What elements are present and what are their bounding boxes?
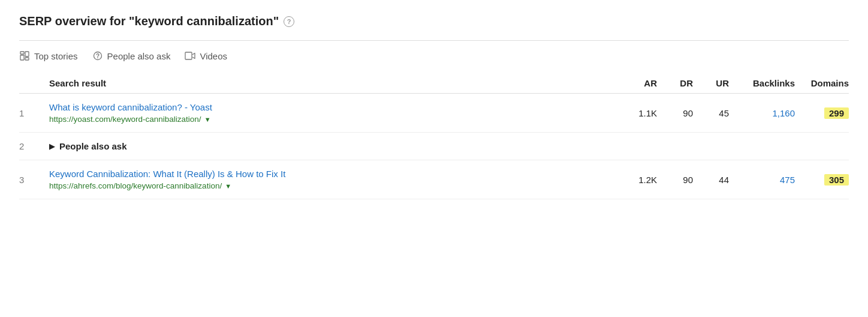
ur-value: 44 — [693, 175, 729, 185]
col-domains: Domains — [795, 78, 849, 88]
dr-value: 90 — [657, 108, 693, 118]
dr-value: 90 — [657, 175, 693, 185]
question-icon: ? — [92, 50, 103, 61]
domains-value: 299 — [795, 107, 849, 119]
help-icon[interactable]: ? — [284, 16, 294, 27]
col-backlinks: Backlinks — [729, 78, 795, 88]
svg-rect-3 — [25, 58, 29, 60]
feature-videos[interactable]: Videos — [185, 50, 227, 61]
ur-value: 45 — [693, 108, 729, 118]
row-number: 2 — [19, 141, 49, 151]
ar-value: 1.1K — [615, 108, 657, 118]
video-icon — [185, 50, 195, 61]
result-url: https://ahrefs.com/blog/keyword-cannibal… — [49, 181, 615, 190]
features-bar: Top stories ? People also ask Videos — [19, 50, 849, 61]
result-cell: What is keyword cannibalization? - Yoast… — [49, 102, 615, 124]
col-ar: AR — [615, 78, 657, 88]
col-ur: UR — [693, 78, 729, 88]
feature-people-also-ask[interactable]: ? People also ask — [92, 50, 171, 61]
divider — [19, 40, 849, 41]
ar-value: 1.2K — [615, 175, 657, 185]
result-url: https://yoast.com/keyword-cannibalizatio… — [49, 115, 615, 124]
paa-row: 2 ▶ People also ask — [19, 133, 849, 160]
domains-value: 305 — [795, 174, 849, 186]
svg-rect-1 — [20, 55, 24, 60]
feature-top-stories[interactable]: Top stories — [19, 50, 78, 61]
table-row: 1 What is keyword cannibalization? - Yoa… — [19, 94, 849, 133]
svg-rect-2 — [25, 52, 29, 56]
svg-rect-6 — [185, 52, 192, 59]
paa-expand-arrow[interactable]: ▶ — [49, 142, 55, 151]
top-stories-label: Top stories — [34, 51, 78, 61]
url-dropdown-arrow[interactable]: ▼ — [225, 183, 231, 190]
col-search-result: Search result — [49, 78, 615, 88]
url-dropdown-arrow[interactable]: ▼ — [204, 116, 211, 123]
domains-badge: 299 — [824, 107, 849, 119]
svg-rect-0 — [20, 52, 24, 54]
svg-text:?: ? — [95, 53, 99, 59]
people-also-ask-label: People also ask — [107, 51, 171, 61]
page-title: SERP overview for "keyword cannibalizati… — [19, 14, 849, 28]
result-title-link[interactable]: Keyword Cannibalization: What It (Really… — [49, 169, 615, 179]
table-row: 3 Keyword Cannibalization: What It (Real… — [19, 160, 849, 199]
row-number: 1 — [19, 108, 49, 118]
result-cell: Keyword Cannibalization: What It (Really… — [49, 169, 615, 190]
backlinks-value[interactable]: 475 — [729, 175, 795, 185]
domains-badge: 305 — [824, 174, 849, 186]
videos-label: Videos — [200, 51, 227, 61]
paa-label-text: People also ask — [59, 141, 127, 151]
paa-label[interactable]: ▶ People also ask — [49, 141, 615, 151]
row-number: 3 — [19, 175, 49, 185]
col-dr: DR — [657, 78, 693, 88]
result-title-link[interactable]: What is keyword cannibalization? - Yoast — [49, 102, 615, 112]
table-header: Search result AR DR UR Backlinks Domains — [19, 73, 849, 94]
backlinks-value[interactable]: 1,160 — [729, 108, 795, 118]
grid-icon — [19, 50, 30, 61]
